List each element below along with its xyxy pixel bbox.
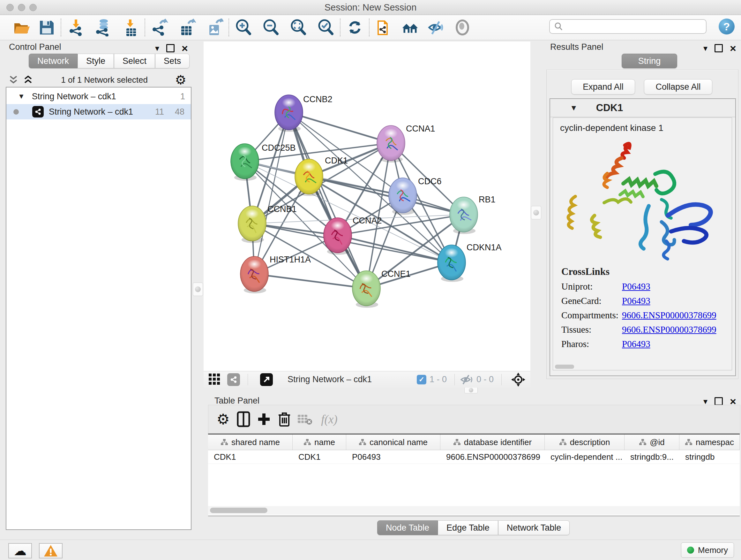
share-icon [230, 376, 238, 383]
help-button[interactable]: ? [719, 18, 735, 35]
column-header-shared-name[interactable]: shared name [208, 435, 293, 450]
zoom-out-button[interactable] [262, 18, 280, 37]
edge-HIST1H1A-CCNE1[interactable] [254, 274, 366, 288]
network-node-HIST1H1A[interactable] [240, 256, 268, 294]
collapse-all-icon[interactable] [8, 74, 19, 85]
memory-button[interactable]: Memory [681, 543, 734, 558]
network-node-RB1[interactable] [450, 197, 478, 234]
delete-column-button[interactable] [274, 409, 294, 429]
table-cell[interactable]: stringdb [679, 450, 740, 463]
create-column-button[interactable] [254, 409, 274, 429]
table-hscrollbar[interactable] [208, 506, 740, 515]
table-hscrollbar-thumb[interactable] [210, 508, 267, 513]
crosslink-link[interactable]: 9606.ENSP00000378699 [622, 310, 717, 320]
network-row-selected[interactable]: String Network – cdk1 11 48 [6, 104, 191, 119]
table-cell[interactable]: cyclin-dependent ... [545, 450, 624, 463]
table-cell[interactable]: CDK1 [208, 450, 293, 463]
collapse-all-button[interactable]: Collapse All [644, 79, 712, 95]
network-options-gear-icon[interactable]: ⚙ [175, 73, 186, 86]
open-session-button[interactable] [13, 18, 30, 37]
crosslink-link[interactable]: 9606.ENSP00000378699 [622, 324, 717, 335]
column-header-name[interactable]: name [293, 435, 346, 450]
table-cell[interactable]: stringdb:9... [624, 450, 679, 463]
edge-CCNB2-HIST1H1A[interactable] [254, 112, 289, 274]
network-node-CDK1[interactable] [295, 159, 323, 196]
export-image-button[interactable] [205, 18, 223, 37]
close-panel-icon[interactable]: × [730, 43, 736, 54]
export-network-button[interactable] [151, 18, 169, 37]
expand-all-button[interactable]: Expand All [571, 79, 635, 95]
close-panel-icon[interactable]: × [182, 43, 188, 54]
edge-CCNB2-CCNA1[interactable] [289, 112, 391, 143]
toolbar-search-input[interactable] [549, 19, 706, 34]
column-header-canonical-name[interactable]: canonical name [346, 435, 441, 450]
string-view-button[interactable] [227, 373, 240, 386]
import-table-file-button[interactable] [122, 18, 139, 37]
crosslink-link[interactable]: P06493 [622, 296, 650, 306]
home-layouts-button[interactable] [401, 18, 419, 37]
hide-unhide-button[interactable] [427, 18, 445, 37]
column-header-database-identifier[interactable]: database identifier [441, 435, 545, 450]
table-cell[interactable]: CDK1 [293, 450, 346, 463]
fit-selected-crosshair-icon[interactable] [511, 372, 526, 387]
zoom-selected-button[interactable] [317, 18, 335, 37]
tab-network-table[interactable]: Network Table [498, 520, 570, 535]
tab-network[interactable]: Network [29, 54, 77, 68]
string-import-button[interactable] [375, 18, 393, 37]
float-panel-icon[interactable]: ▾ [155, 44, 159, 52]
tab-edge-table[interactable]: Edge Table [438, 520, 498, 535]
show-columns-button[interactable] [233, 409, 254, 429]
table-options-button[interactable]: ⚙ [213, 409, 233, 429]
tab-sets[interactable]: Sets [155, 54, 190, 68]
left-splitter-handle[interactable] [193, 283, 203, 296]
save-session-button[interactable] [38, 18, 56, 37]
results-hscrollbar[interactable] [555, 365, 574, 369]
tab-string[interactable]: String [622, 54, 677, 68]
birdseye-grid-button[interactable] [208, 372, 221, 387]
zoom-fit-button[interactable] [289, 18, 307, 37]
delete-table-button-disabled [294, 409, 315, 429]
export-table-button[interactable] [178, 18, 196, 37]
table-row[interactable]: CDK1CDK1P064939606.ENSP00000378699cyclin… [208, 450, 740, 464]
selected-checkbox-icon[interactable]: ✓ [417, 375, 426, 384]
maximize-panel-icon[interactable] [715, 44, 723, 52]
network-node-CCNE1[interactable] [352, 271, 381, 308]
import-network-file-button[interactable] [67, 18, 84, 37]
column-header-namespac[interactable]: namespac [679, 435, 740, 450]
tab-select[interactable]: Select [114, 54, 155, 68]
expand-all-icon[interactable] [22, 74, 34, 85]
warnings-button[interactable] [39, 543, 63, 558]
maximize-panel-icon[interactable] [715, 397, 723, 406]
import-network-database-button[interactable] [94, 18, 112, 37]
network-node-CDC25B[interactable] [231, 144, 259, 181]
network-node-CCNA2[interactable] [324, 218, 352, 255]
crosslink-link[interactable]: P06493 [622, 281, 650, 292]
table-cell[interactable]: 9606.ENSP00000378699 [441, 450, 545, 463]
maximize-panel-icon[interactable] [166, 44, 175, 52]
collection-expander-icon[interactable]: ▼ [18, 92, 25, 101]
horizontal-splitter-handle[interactable] [464, 387, 478, 393]
network-graph[interactable]: CCNB2CCNA1CDC25BCDK1CDC6RB1CCNB1CCNA2CDK… [204, 42, 530, 371]
float-panel-icon[interactable]: ▾ [703, 44, 708, 52]
float-panel-icon[interactable]: ▾ [703, 397, 708, 406]
show-graphics-details-button[interactable] [454, 18, 471, 37]
gene-header[interactable]: ▼ CDK1 [550, 99, 735, 117]
network-node-CDKN1A[interactable] [437, 245, 466, 282]
refresh-view-button[interactable] [346, 18, 364, 37]
network-collection-row[interactable]: ▼ String Network – cdk1 1 [6, 89, 191, 104]
gene-expander-icon[interactable]: ▼ [570, 104, 578, 112]
network-node-CCNA1[interactable] [377, 125, 405, 163]
tab-style[interactable]: Style [77, 54, 114, 68]
network-view-canvas[interactable]: CCNB2CCNA1CDC25BCDK1CDC6RB1CCNB1CCNA2CDK… [204, 42, 530, 371]
column-header-description[interactable]: description [545, 435, 624, 450]
open-in-window-button[interactable] [260, 373, 273, 386]
crosslink-link[interactable]: P06493 [622, 339, 650, 349]
column-header--id[interactable]: @id [624, 435, 679, 450]
tab-node-table[interactable]: Node Table [377, 520, 438, 535]
search-input-field[interactable] [563, 21, 698, 32]
table-cell[interactable]: P06493 [346, 450, 441, 463]
network-node-CCNB2[interactable] [275, 95, 303, 132]
right-splitter-handle[interactable] [531, 206, 541, 219]
cloud-button[interactable]: ☁ [8, 543, 32, 558]
zoom-in-button[interactable] [234, 18, 253, 37]
